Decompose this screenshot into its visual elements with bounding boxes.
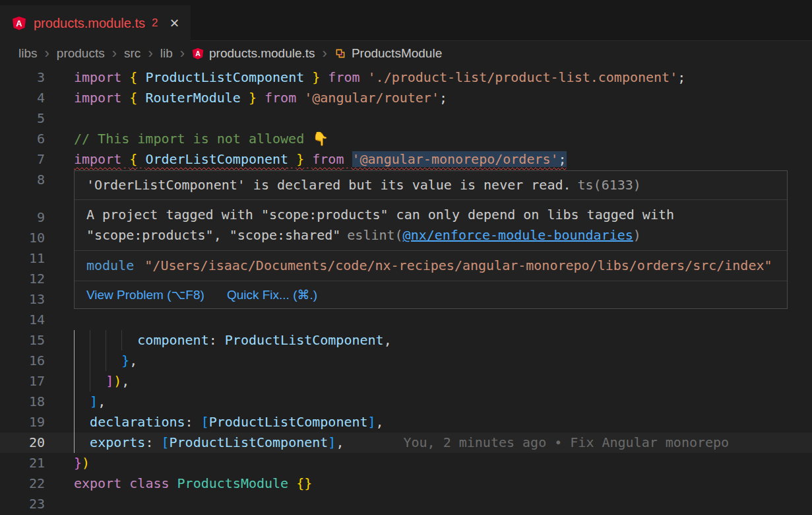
code-token: ,: [129, 353, 137, 368]
close-icon[interactable]: ×: [170, 15, 179, 31]
code-token: ;: [439, 90, 447, 106]
line-number[interactable]: 14: [0, 310, 45, 330]
breadcrumb-item-products[interactable]: products: [57, 46, 105, 61]
indent-guide: [106, 351, 106, 371]
code-line-content: component: ProductListComponent,: [45, 330, 812, 351]
code-token: ,: [121, 373, 129, 389]
eslint-source-suffix: ): [633, 227, 641, 243]
symbol-class-icon: [334, 48, 346, 59]
code-line-content: [45, 108, 812, 129]
line-number[interactable]: 13: [0, 289, 45, 310]
line-number[interactable]: 21: [0, 453, 45, 473]
code-line-content: ],: [45, 392, 812, 412]
code-line-content: }): [45, 453, 812, 473]
svg-text:A: A: [16, 18, 22, 28]
code-line[interactable]: 7import { OrderListComponent } from '@an…: [0, 149, 812, 170]
code-line[interactable]: 19 declarations: [ProductListComponent],: [0, 412, 812, 432]
code-token: ,: [98, 394, 106, 409]
tab-bar: A products.module.ts 2 ×: [0, 0, 812, 41]
code-token: {: [129, 90, 137, 106]
eslint-rule-link[interactable]: @nx/enforce-module-boundaries: [403, 227, 633, 243]
line-number[interactable]: 23: [0, 494, 45, 514]
tab-title: products.module.ts: [34, 16, 145, 31]
code-line[interactable]: 14: [0, 310, 812, 330]
line-number[interactable]: 22: [0, 473, 45, 494]
line-number[interactable]: 19: [0, 412, 45, 432]
code-token: import: [74, 151, 121, 167]
indent-guide: [74, 330, 75, 351]
code-line[interactable]: 5: [0, 108, 812, 129]
code-token: './product-list/product-list.component': [368, 69, 678, 85]
code-token: ProductListComponent: [225, 332, 384, 348]
code-token: }: [249, 90, 257, 106]
code-token: [121, 151, 129, 167]
code-line[interactable]: 18 ],: [0, 392, 812, 412]
breadcrumb-item-lib[interactable]: lib: [160, 46, 173, 61]
line-number[interactable]: 9: [0, 207, 45, 228]
code-line[interactable]: 17 ]),: [0, 371, 812, 392]
line-number[interactable]: 5: [0, 108, 45, 129]
line-number[interactable]: 7: [0, 149, 45, 170]
view-problem-action[interactable]: View Problem (⌥F8): [86, 285, 204, 305]
breadcrumb-item-src[interactable]: src: [124, 46, 141, 61]
breadcrumb: libs › products › src › lib › A products…: [0, 41, 812, 66]
code-line-content: import { OrderListComponent } from '@ang…: [45, 149, 812, 170]
code-token: RouterModule: [145, 90, 241, 106]
breadcrumb-item-libs[interactable]: libs: [18, 46, 38, 61]
code-line-content: export class ProductsModule {}: [45, 473, 812, 494]
code-token: ProductListComponent: [145, 69, 304, 85]
code-token: from: [312, 151, 344, 167]
module-path: "/Users/isaac/Documents/code/nx-recipes/…: [144, 258, 772, 273]
code-token: ProductsModule: [177, 475, 289, 491]
code-line-content: [45, 310, 812, 330]
chevron-right-icon: ›: [148, 46, 152, 61]
indent-guide: [74, 351, 75, 371]
hover-actions: View Problem (⌥F8) Quick Fix... (⌘.): [75, 281, 787, 308]
code-line-content: ]),: [45, 371, 812, 392]
line-number[interactable]: 8: [0, 170, 45, 190]
code-line[interactable]: 20 exports: [ProductListComponent],You, …: [0, 432, 812, 453]
code-line[interactable]: 21}): [0, 453, 812, 473]
code-line[interactable]: 15 component: ProductListComponent,: [0, 330, 812, 351]
code-token: '@angular/router': [304, 90, 439, 106]
hover-diagnostics-popup: 'OrderListComponent' is declared but its…: [74, 170, 788, 309]
eslint-diagnostic: A project tagged with "scope:products" c…: [75, 200, 787, 251]
breadcrumb-label: lib: [160, 46, 173, 61]
code-token: exports: [90, 434, 145, 450]
editor-tab[interactable]: A products.module.ts 2 ×: [0, 5, 191, 41]
code-token: :: [185, 414, 201, 430]
line-number[interactable]: 11: [0, 248, 45, 269]
breadcrumb-item-file[interactable]: A products.module.ts: [192, 46, 315, 61]
line-number[interactable]: 4: [0, 88, 45, 108]
line-number[interactable]: 6: [0, 129, 45, 149]
code-line[interactable]: 23: [0, 494, 812, 514]
code-line[interactable]: 16 },: [0, 351, 812, 371]
indent-guide: [74, 432, 75, 453]
line-number[interactable]: 10: [0, 228, 45, 248]
code-line[interactable]: 4import { RouterModule } from '@angular/…: [0, 88, 812, 108]
indent-guide: [90, 330, 90, 351]
line-number[interactable]: 20: [0, 432, 45, 453]
code-line[interactable]: 6// This import is not allowed 👇: [0, 129, 812, 149]
code-token: [170, 475, 177, 491]
git-blame-annotation: You, 2 minutes ago • Fix Angular monorep…: [403, 434, 729, 450]
code-token: // This import is not allowed: [74, 131, 312, 147]
code-token: ,: [376, 414, 384, 430]
line-number[interactable]: 12: [0, 269, 45, 289]
quick-fix-action[interactable]: Quick Fix... (⌘.): [227, 285, 317, 305]
line-number[interactable]: 16: [0, 351, 45, 371]
code-token: {: [129, 151, 137, 167]
tab-error-count: 2: [152, 17, 158, 30]
breadcrumb-label: products.module.ts: [209, 46, 315, 61]
line-number[interactable]: 15: [0, 330, 45, 351]
code-token: [: [161, 434, 169, 450]
line-number[interactable]: 17: [0, 371, 45, 392]
breadcrumb-item-symbol[interactable]: ProductsModule: [334, 46, 442, 61]
code-token: [241, 90, 249, 106]
code-line[interactable]: 3import { ProductListComponent } from '.…: [0, 67, 812, 88]
line-number[interactable]: 3: [0, 67, 45, 88]
line-number[interactable]: 18: [0, 392, 45, 412]
code-token: ]: [328, 434, 336, 450]
code-token: [: [201, 414, 209, 430]
code-line[interactable]: 22export class ProductsModule {}: [0, 473, 812, 494]
